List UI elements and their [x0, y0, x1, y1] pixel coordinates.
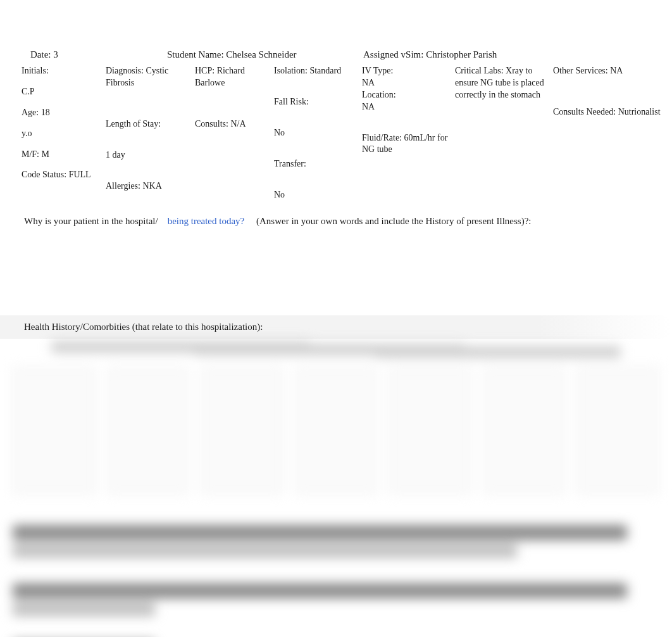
date-field: Date: 3: [0, 49, 167, 60]
column-basics: Initials: C.P Age: 18 y.o M/F: M Code St…: [22, 65, 106, 201]
consults-value: N/A: [230, 119, 246, 129]
fluid-rate-line: Fluid/Rate: 60mL/hr for NG tube: [362, 132, 449, 156]
diagnosis-label: Diagnosis:: [106, 66, 146, 75]
column-other-services: Other Services: NA Consults Needed: Nutr…: [553, 65, 667, 201]
allergies-value: NKA: [142, 181, 161, 191]
consults-needed-line: Consults Needed: Nutrionalist: [553, 106, 661, 118]
allergies-label: Allergies:: [106, 181, 142, 191]
hcp-line: HCP: Richard Barlowe: [195, 65, 268, 89]
obscured-content-region: [0, 341, 672, 637]
fluid-rate-label: Fluid/Rate:: [362, 133, 404, 142]
code-status-line: Code Status: FULL: [22, 169, 99, 181]
age-line: Age: 18: [22, 107, 99, 119]
critical-labs-line: Critical Labs: Xray to ensure NG tube is…: [455, 65, 547, 101]
q1-posttext: (Answer in your own words and include th…: [256, 216, 532, 226]
reason-for-hospitalization-prompt: Why is your patient in the hospital/ bei…: [0, 201, 672, 227]
date-value: 3: [53, 49, 58, 60]
column-critical-labs: Critical Labs: Xray to ensure NG tube is…: [455, 65, 553, 201]
other-services-line: Other Services: NA: [553, 65, 661, 77]
date-label: Date:: [30, 49, 53, 60]
initials-label: Initials:: [22, 65, 99, 77]
patient-info-grid: Initials: C.P Age: 18 y.o M/F: M Code St…: [0, 60, 672, 201]
critical-labs-label: Critical Labs:: [455, 66, 506, 75]
header-row: Date: 3 Student Name: Chelsea Schneider …: [0, 0, 672, 60]
student-name-field: Student Name: Chelsea Schneider: [167, 49, 363, 60]
assigned-vsim-value: Christopher Parish: [426, 49, 497, 60]
isolation-value: Standard: [309, 66, 341, 75]
assigned-vsim-field: Assigned vSim: Christopher Parish: [363, 49, 654, 60]
los-label: Length of Stay:: [106, 118, 189, 130]
mf-value: M: [42, 149, 49, 159]
age-label: Age:: [22, 108, 41, 117]
assigned-vsim-label: Assigned vSim:: [363, 49, 426, 60]
clinical-worksheet-page: Date: 3 Student Name: Chelsea Schneider …: [0, 0, 672, 637]
age-value: 18: [41, 108, 50, 117]
student-name-label: Student Name:: [167, 49, 226, 60]
other-services-label: Other Services:: [553, 66, 610, 75]
transfer-value: No: [274, 189, 356, 201]
student-name-value: Chelsea Schneider: [226, 49, 296, 60]
isolation-line: Isolation: Standard: [274, 65, 356, 77]
column-diagnosis: Diagnosis: Cystic Fibrosis Length of Sta…: [106, 65, 195, 201]
column-isolation: Isolation: Standard Fall Risk: No Transf…: [274, 65, 362, 201]
consults-needed-label: Consults Needed:: [553, 107, 618, 117]
mf-line: M/F: M: [22, 149, 99, 161]
iv-type-label: IV Type:: [362, 65, 449, 77]
consults-label: Consults:: [195, 119, 230, 129]
q1-highlight: being treated today?: [168, 216, 245, 226]
los-value: 1 day: [106, 149, 189, 161]
location-value: NA: [362, 101, 449, 113]
health-history-header: Health History/Comorbities (that relate …: [0, 315, 672, 339]
consults-line: Consults: N/A: [195, 118, 268, 130]
mf-label: M/F:: [22, 149, 42, 159]
column-iv: IV Type: NA Location: NA Fluid/Rate: 60m…: [362, 65, 455, 201]
fall-risk-label: Fall Risk:: [274, 96, 356, 108]
initials-value: C.P: [22, 86, 99, 98]
isolation-label: Isolation:: [274, 66, 309, 75]
fall-risk-value: No: [274, 127, 356, 139]
transfer-label: Transfer:: [274, 158, 356, 170]
health-history-label: Health History/Comorbities (that relate …: [24, 322, 263, 332]
code-status-value: FULL: [69, 170, 91, 179]
age-unit: y.o: [22, 128, 99, 140]
allergies-line: Allergies: NKA: [106, 180, 189, 192]
iv-type-value: NA: [362, 77, 449, 89]
hcp-label: HCP:: [195, 66, 217, 75]
q1-pretext: Why is your patient in the hospital/: [24, 216, 158, 226]
column-hcp: HCP: Richard Barlowe Consults: N/A: [195, 65, 274, 201]
consults-needed-value: Nutrionalist: [618, 107, 661, 117]
other-services-value: NA: [610, 66, 623, 75]
code-status-label: Code Status:: [22, 170, 69, 179]
location-label: Location:: [362, 89, 449, 101]
diagnosis-line: Diagnosis: Cystic Fibrosis: [106, 65, 189, 89]
